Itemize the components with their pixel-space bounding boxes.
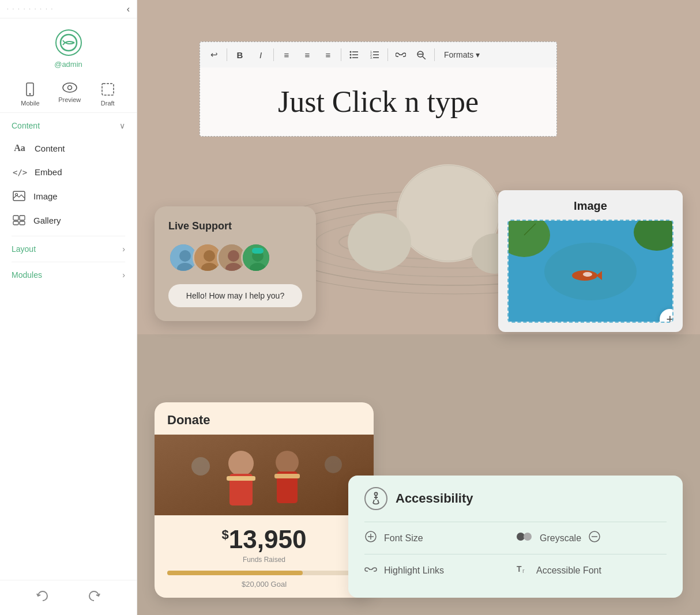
mobile-tool[interactable]: Mobile <box>21 81 39 107</box>
redo-icon <box>86 590 101 602</box>
editor-content-area[interactable]: Just Click n type <box>200 67 557 137</box>
link-button[interactable] <box>392 46 410 64</box>
draft-label: Draft <box>101 100 115 107</box>
accessibility-header: Accessibility <box>364 487 667 510</box>
italic-button[interactable]: I <box>251 46 270 64</box>
svg-rect-11 <box>20 221 25 225</box>
content-section-header[interactable]: Content ∨ <box>0 113 137 136</box>
link-access-icon <box>364 565 377 574</box>
sidebar-item-image[interactable]: Image <box>7 184 130 208</box>
formats-chevron-icon: ▾ <box>476 50 480 59</box>
svg-point-73 <box>524 533 532 541</box>
support-message[interactable]: Hello! How may I help you? <box>168 284 302 307</box>
text-editor: ↩ B I ≡ ≡ ≡ 1. <box>200 41 557 137</box>
sidebar-item-gallery[interactable]: Gallery <box>7 208 130 232</box>
koi-pond-svg <box>509 221 672 322</box>
font-size-label: Font Size <box>384 533 423 544</box>
logo-area: @admin <box>0 18 137 76</box>
ol-icon: 1. 2. 3. <box>370 51 379 59</box>
highlight-links-icon <box>364 564 377 577</box>
preview-label: Preview <box>58 96 81 103</box>
avatars-row <box>168 243 302 273</box>
main-content: ↩ B I ≡ ≡ ≡ 1. <box>137 0 700 615</box>
highlight-links-item[interactable]: Highlight Links <box>364 564 515 577</box>
editor-heading[interactable]: Just Click n type <box>223 85 533 119</box>
unordered-list-button[interactable] <box>345 46 363 64</box>
koi-pond <box>509 221 672 322</box>
mobile-icon <box>22 81 38 97</box>
image-frame[interactable]: + ☞ <box>507 220 673 323</box>
svg-rect-65 <box>274 474 300 478</box>
donate-card: Donate <box>155 402 374 598</box>
accessibility-row-2: Highlight Links T r Accessible Font <box>364 554 667 586</box>
donate-title: Donate <box>167 413 361 428</box>
font-size-item[interactable]: Font Size <box>364 530 515 546</box>
redo-button[interactable] <box>86 590 101 606</box>
formats-button[interactable]: Formats ▾ <box>438 48 486 62</box>
content-icon: Aa <box>13 143 27 153</box>
content-label: Content <box>35 144 65 153</box>
align-center-button[interactable]: ≡ <box>298 46 317 64</box>
greyscale-item[interactable]: Greyscale <box>515 530 667 546</box>
align-left-button[interactable]: ≡ <box>277 46 296 64</box>
preview-icon <box>62 81 78 94</box>
progress-bar-fill <box>167 571 303 575</box>
svg-point-67 <box>325 456 342 473</box>
content-items: Aa Content </> Embed Image <box>0 136 137 232</box>
bold-button[interactable]: B <box>231 46 249 64</box>
donate-amount: $13,950 <box>167 527 361 552</box>
sidebar-item-embed[interactable]: </> Embed <box>7 160 130 184</box>
embed-label: Embed <box>35 167 62 177</box>
svg-point-22 <box>350 51 352 53</box>
plus-circle-icon <box>364 530 377 543</box>
toolbar-divider-2 <box>273 48 274 61</box>
image-icon <box>13 191 25 201</box>
preview-tool[interactable]: Preview <box>58 81 81 107</box>
accessible-font-item[interactable]: T r Accessible Font <box>515 563 667 578</box>
collapse-sidebar-button[interactable]: ‹ <box>127 4 130 14</box>
search-replace-button[interactable] <box>412 46 431 64</box>
modules-section[interactable]: Modules › <box>12 262 125 288</box>
svg-text:3.: 3. <box>370 56 372 59</box>
svg-point-63 <box>276 451 299 474</box>
svg-point-3 <box>63 83 77 92</box>
svg-point-26 <box>350 57 352 59</box>
currency-symbol: $ <box>222 527 229 542</box>
svg-rect-62 <box>227 476 255 481</box>
sidebar-item-content[interactable]: Aa Content <box>7 136 130 160</box>
accessible-font-label: Accessible Font <box>536 565 601 576</box>
donate-amount-section: $13,950 Funds Raised $20,000 Goal <box>155 515 374 598</box>
undo-toolbar-button[interactable]: ↩ <box>205 46 223 64</box>
toolbar-divider-4 <box>387 48 388 61</box>
svg-point-20 <box>348 213 411 271</box>
ordered-list-button[interactable]: 1. 2. 3. <box>366 46 384 64</box>
search-icon <box>416 50 427 59</box>
svg-rect-5 <box>102 84 114 95</box>
undo-button[interactable] <box>35 590 50 606</box>
highlight-links-label: Highlight Links <box>384 565 444 576</box>
accessibility-card: Accessibility Font Size <box>348 476 683 598</box>
svg-text:r: r <box>522 567 525 574</box>
nav-sections: Layout › Modules › <box>0 232 137 291</box>
svg-line-36 <box>423 56 426 59</box>
draft-tool[interactable]: Draft <box>100 81 116 107</box>
greyscale-toggle-icon <box>515 531 533 545</box>
accessibility-row-1: Font Size Greyscale <box>364 522 667 554</box>
toolbar-divider-3 <box>341 48 341 61</box>
gallery-icon <box>13 215 25 225</box>
image-panel-title: Image <box>507 199 673 213</box>
svg-rect-9 <box>20 216 25 220</box>
live-support-card: Live Support <box>155 206 316 321</box>
svg-rect-10 <box>13 221 18 225</box>
content-chevron-icon: ∨ <box>119 121 125 130</box>
funds-raised-label: Funds Raised <box>167 556 361 564</box>
sidebar: · · · · · · · · · ‹ @admin Mobile Previe… <box>0 0 137 615</box>
greyscale-dots-icon <box>515 531 533 542</box>
layout-label: Layout <box>12 244 36 254</box>
toolbar-divider-5 <box>434 48 435 61</box>
svg-point-0 <box>56 30 81 55</box>
layout-section[interactable]: Layout › <box>12 236 125 262</box>
cursor-hand-icon: ☞ <box>671 319 673 323</box>
svg-rect-49 <box>252 248 264 254</box>
align-right-button[interactable]: ≡ <box>319 46 337 64</box>
